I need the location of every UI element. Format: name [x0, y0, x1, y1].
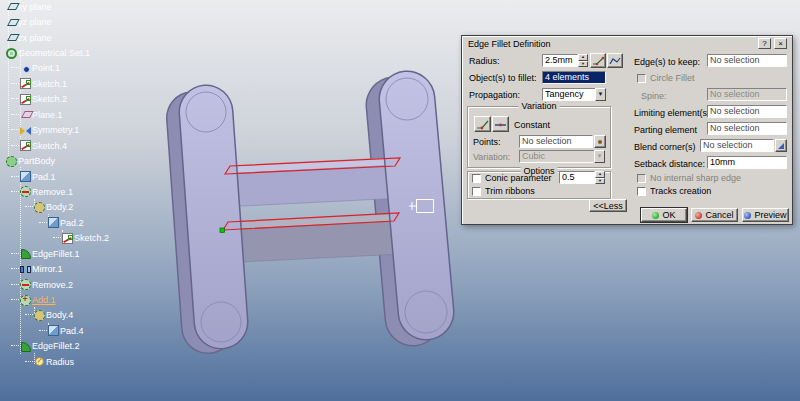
geoset-icon [6, 48, 17, 59]
tree-node-label: EdgeFillet.1 [32, 249, 80, 259]
tree-node[interactable]: EdgeFillet.2 [0, 339, 170, 354]
blend-corners-input[interactable]: No selection [700, 139, 774, 152]
tree-node[interactable]: Pad.2 [0, 215, 170, 230]
ok-button[interactable]: OK [641, 208, 687, 222]
radius-law-button-1[interactable] [590, 53, 606, 68]
tree-node[interactable]: Mirror.1 [0, 261, 170, 276]
tree-node[interactable]: PartBody [0, 153, 170, 168]
dialog-titlebar[interactable]: Edge Fillet Definition [463, 37, 791, 51]
sketch-icon [62, 233, 73, 244]
tree-connector [25, 206, 33, 208]
conic-parameter-checkbox[interactable] [472, 174, 481, 183]
tree-node[interactable]: Point.1 [0, 61, 170, 76]
tree-node[interactable]: Body.4 [0, 308, 170, 323]
tree-connector [11, 345, 19, 347]
trim-ribbons-checkbox[interactable] [472, 187, 481, 196]
tree-node[interactable]: Add.1 [0, 292, 170, 307]
tree-node[interactable]: Sketch.2 [0, 231, 170, 246]
tree-node[interactable]: Pad.4 [0, 323, 170, 338]
variable-mode-button[interactable] [474, 116, 491, 132]
spine-label: Spine: [641, 91, 667, 101]
tree-connector [25, 361, 33, 363]
spine-input: No selection [707, 88, 787, 101]
setback-distance-input[interactable]: 10mm [707, 156, 787, 169]
tree-node-label: Body.2 [46, 202, 73, 212]
edges-to-keep-input[interactable]: No selection [707, 54, 787, 67]
tree-node[interactable]: zx plane [0, 30, 170, 45]
objects-to-fillet-input[interactable]: 4 elements [542, 71, 606, 84]
radius-input[interactable]: 2.5mm [542, 54, 578, 67]
help-button[interactable]: ? [758, 38, 771, 49]
tree-node-label: Sketch.4 [32, 141, 67, 151]
spec-tree-items: xy plane yz plane zx plane Geometrical S… [0, 0, 170, 370]
constant-mode-button[interactable] [492, 116, 509, 132]
ok-icon [652, 212, 659, 219]
sketch-icon [20, 140, 31, 151]
tree-node-label: Sketch.2 [32, 94, 67, 104]
tree-node[interactable]: Radius [0, 354, 170, 369]
tree-node[interactable]: Plane.1 [0, 107, 170, 122]
close-button[interactable]: × [774, 38, 787, 49]
limiting-elements-input[interactable]: No selection [707, 105, 787, 118]
tree-connector [11, 176, 19, 178]
tree-node-label: Sketch.1 [32, 79, 67, 89]
points-picker-button[interactable] [594, 135, 606, 148]
tree-node[interactable]: Geometrical Set.1 [0, 45, 170, 60]
conic-spinner[interactable]: ▲▼ [595, 171, 605, 184]
chevron-down-icon[interactable]: ▼ [595, 88, 606, 101]
tracks-creation-checkbox[interactable] [637, 187, 646, 196]
points-input[interactable]: No selection [519, 135, 593, 148]
tree-node-label: Body.4 [46, 310, 73, 320]
tree-node-label: yz plane [18, 17, 52, 27]
tree-node[interactable]: Sketch.1 [0, 76, 170, 91]
tree-node-label: EdgeFillet.2 [32, 341, 80, 351]
tree-node[interactable]: xy plane [0, 0, 170, 14]
remove-icon [20, 279, 31, 290]
radius-icon [34, 356, 45, 367]
parting-element-input[interactable]: No selection [707, 122, 787, 135]
tree-node-label: xy plane [18, 2, 52, 12]
tree-node-label: Remove.2 [32, 280, 73, 290]
left-bar[interactable] [186, 92, 241, 342]
tree-node-label: Pad.2 [60, 218, 84, 228]
cancel-icon [695, 212, 702, 219]
tree-node[interactable]: Symmetry.1 [0, 123, 170, 138]
fillet-icon [20, 341, 31, 352]
tree-node-label: Mirror.1 [32, 264, 63, 274]
spinner-down-icon[interactable]: ▼ [578, 61, 588, 68]
less-button[interactable]: <<Less [589, 199, 627, 212]
tree-connector [11, 83, 19, 85]
constant-mode-label: Constant [514, 120, 550, 130]
radius-spinner[interactable]: ▲▼ [578, 54, 588, 67]
chevron-down-icon: ▼ [594, 150, 605, 163]
tree-connector [39, 330, 47, 332]
spinner-down-icon[interactable]: ▼ [595, 178, 605, 185]
tree-node[interactable]: yz plane [0, 14, 170, 29]
cancel-button-label: Cancel [705, 210, 733, 220]
tree-connector [11, 191, 19, 193]
tree-node[interactable]: EdgeFillet.1 [0, 246, 170, 261]
radius-law-button-2[interactable] [607, 53, 623, 68]
tree-node[interactable]: Body.2 [0, 200, 170, 215]
tree-node-label: Radius [46, 357, 74, 367]
add-icon [20, 295, 31, 306]
tree-node[interactable]: Sketch.2 [0, 92, 170, 107]
tree-node-label: Pad.1 [32, 172, 56, 182]
blend-corner-more-button[interactable] [775, 139, 787, 152]
spec-tree: xy plane yz plane zx plane Geometrical S… [0, 0, 170, 384]
tree-node[interactable]: Sketch.4 [0, 138, 170, 153]
conic-parameter-input[interactable]: 0.5 [559, 171, 595, 184]
preview-button[interactable]: Preview [742, 208, 789, 222]
3d-model[interactable] [150, 60, 480, 360]
cancel-button[interactable]: Cancel [691, 208, 738, 222]
sketch-point-marker[interactable] [220, 228, 225, 233]
tree-node[interactable]: Remove.2 [0, 277, 170, 292]
tree-connector [25, 314, 33, 316]
preview-button-label: Preview [754, 210, 786, 220]
tree-node[interactable]: Remove.1 [0, 184, 170, 199]
tree-node-label: Plane.1 [32, 110, 63, 120]
circle-fillet-label: Circle Fillet [650, 73, 695, 83]
tree-node[interactable]: Pad.1 [0, 169, 170, 184]
limiting-elements-label: Limiting element(s): [634, 108, 713, 118]
tree-node-label: Add.1 [32, 295, 56, 305]
